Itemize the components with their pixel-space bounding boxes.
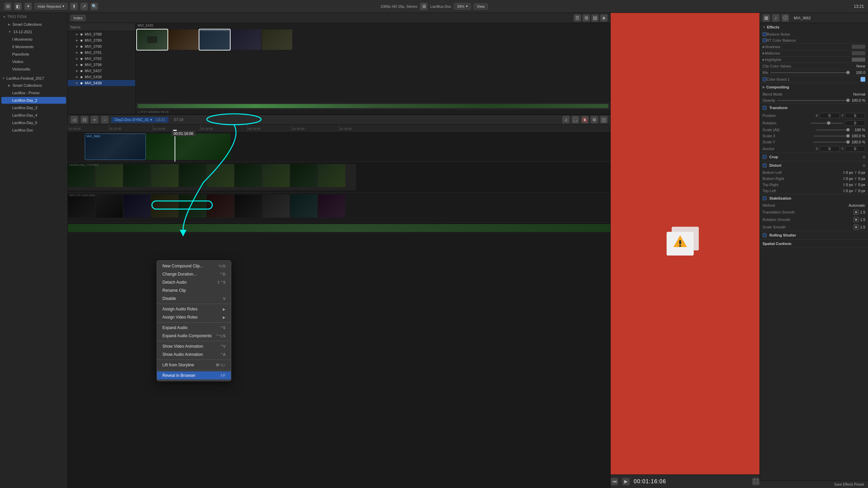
sidebar-item-smart-collections-top[interactable]: ▶ Smart Collections	[1, 21, 66, 28]
menu-lift-storyline[interactable]: Lift from Storyline ⌘⌥↑	[157, 361, 231, 369]
menu-expand-audio-components[interactable]: Expand Audio Components ⌃⌥S	[157, 332, 231, 340]
timeline-back[interactable]: ◁	[71, 116, 78, 123]
scalex-thumb[interactable]	[846, 134, 850, 138]
film-strip[interactable]	[136, 28, 610, 103]
film-thumb-1[interactable]	[137, 29, 167, 50]
audio-meter-icon[interactable]: ♫	[562, 116, 570, 123]
film-thumb-4[interactable]	[231, 29, 261, 50]
anchor-y-field[interactable]	[845, 146, 865, 151]
transform-checkbox[interactable]	[763, 106, 767, 110]
filmstrip-view-icon[interactable]: ▤	[591, 14, 599, 22]
list-item-mvi3791[interactable]: ▶ ■ MVI_3791	[68, 49, 135, 56]
clip-appearance-icon[interactable]: ◫	[600, 116, 608, 123]
clip-adjacent1[interactable]	[146, 134, 231, 160]
midtones-slider[interactable]	[852, 51, 865, 55]
scale-slider[interactable]	[816, 129, 850, 130]
scale-thumb[interactable]	[846, 128, 850, 131]
menu-rename-clip[interactable]: Rename Clip	[157, 286, 231, 294]
index-button[interactable]: Index	[71, 15, 86, 21]
opacity-thumb[interactable]	[846, 99, 850, 102]
rotation-thumb[interactable]	[827, 121, 830, 125]
stabilization-checkbox[interactable]	[763, 196, 767, 200]
sidebar-item-lacmus-day5[interactable]: LacMus-Day_5	[1, 119, 66, 126]
inspector-info-icon[interactable]: ⓘ	[782, 14, 789, 22]
menu-assign-video-roles[interactable]: Assign Video Roles ▶	[157, 313, 231, 321]
highlights-slider[interactable]	[852, 58, 865, 62]
film-thumb-selected[interactable]	[199, 29, 230, 50]
menu-show-video-animation[interactable]: Show Video Animation ⌃V	[157, 342, 231, 350]
sidebar-item-lacmus-day4[interactable]: LacMus-Day_4	[1, 112, 66, 119]
list-item-mvi3790[interactable]: ▶ ■ MVI_3790	[68, 43, 135, 49]
angle-view-icon[interactable]: ◈	[600, 14, 608, 22]
sidebar-item-violino[interactable]: Violino	[1, 58, 66, 65]
crop-title[interactable]: Crop ⊡	[760, 153, 868, 161]
transform-title[interactable]: Transform	[760, 104, 868, 112]
effects-title[interactable]: ▼ Effects	[760, 23, 868, 31]
scaley-thumb[interactable]	[846, 140, 850, 144]
scale-smooth-stepper[interactable]: ▾	[853, 224, 859, 230]
grid-view-icon[interactable]: ⊞	[583, 14, 590, 22]
menu-disable[interactable]: Disable V	[157, 294, 231, 303]
sidebar-toggle[interactable]: ◧	[14, 3, 22, 10]
hide-rejected-button[interactable]: Hide Rejected ▾	[35, 3, 67, 9]
scaley-slider[interactable]	[813, 142, 849, 143]
search-button[interactable]: 🔍	[91, 3, 98, 10]
list-item-mvi5439[interactable]: ▶ ■ MVI_5439	[68, 80, 135, 86]
crop-checkbox[interactable]	[763, 155, 767, 159]
rotation-field[interactable]	[845, 120, 865, 126]
sidebar-item-lacmus-promo[interactable]: LacMus - Promo	[1, 89, 66, 96]
mix-slider[interactable]	[770, 72, 850, 73]
import-button[interactable]: ⬆	[70, 3, 78, 10]
sidebar-item-i-movimento[interactable]: I Movimento	[1, 36, 66, 43]
menu-detach-audio[interactable]: Detach Audio ⇧⌃S	[157, 278, 231, 286]
settings-icon[interactable]: ⚙	[591, 116, 598, 123]
list-item-mvi3789[interactable]: ▶ ■ MVI_3789	[68, 37, 135, 43]
sidebar-item-pianoforte[interactable]: Pianoforte	[1, 51, 66, 58]
list-item-mvi5437[interactable]: ▶ ■ MVI_5437	[68, 68, 135, 74]
list-item-mvi3792[interactable]: ▶ ■ MVI_3792	[68, 56, 135, 62]
translation-smooth-stepper[interactable]: ▾	[853, 209, 859, 215]
headphones-icon[interactable]: 🎧	[572, 116, 579, 123]
position-x-field[interactable]	[820, 113, 840, 118]
share-button[interactable]: ↗	[80, 3, 88, 10]
zoom-button[interactable]: 39% ▾	[454, 3, 471, 9]
inspector-audio-icon[interactable]: ♪	[772, 14, 780, 22]
rt-color-checkbox[interactable]	[763, 38, 767, 42]
reduce-noise-checkbox[interactable]	[763, 32, 767, 36]
film-thumb-2[interactable]	[168, 29, 199, 50]
mute-icon[interactable]: 🔇	[581, 116, 589, 123]
rotation-smooth-stepper[interactable]: ▾	[853, 217, 859, 222]
menu-expand-audio[interactable]: Expand Audio ⌃S	[157, 324, 231, 332]
menu-show-audio-animation[interactable]: Show Audio Animation ⌃A	[157, 350, 231, 359]
sidebar-item-dates[interactable]: ▼ 13-12-2021	[1, 28, 66, 35]
spatial-conform-title[interactable]: Spatial Conform	[760, 240, 868, 248]
position-y-field[interactable]	[845, 113, 865, 118]
distort-title[interactable]: Distort ⊡	[760, 161, 868, 169]
scalex-slider[interactable]	[813, 136, 849, 137]
sidebar-item-violoncello[interactable]: Violoncello	[1, 66, 66, 73]
film-thumb-5[interactable]	[262, 29, 292, 50]
rolling-shutter-title[interactable]: Rolling Shutter	[760, 231, 868, 239]
inspector-video-icon[interactable]: ▦	[763, 14, 770, 22]
list-item-mvi3798[interactable]: ▶ ■ MVI_3798	[68, 62, 135, 68]
timeline-project-label[interactable]: Day2-Doc-SYNC_01 ▾ 13:21	[111, 117, 169, 123]
compositing-title[interactable]: ▶ Compositing	[760, 83, 868, 91]
menu-change-duration[interactable]: Change Duration... ⌃D	[157, 270, 231, 278]
rotation-slider[interactable]	[811, 123, 843, 124]
play-backward-icon[interactable]: ⏮	[611, 478, 618, 485]
save-effects-preset-button[interactable]: Save Effects Preset	[834, 483, 864, 486]
opacity-slider[interactable]	[777, 100, 849, 101]
shadows-slider[interactable]	[852, 45, 865, 49]
sidebar-item-lacmus-doc[interactable]: LacMus-Doc	[1, 127, 66, 134]
list-item-mvi3788[interactable]: ▶ ■ MVI_3788	[68, 31, 135, 37]
menu-new-compound[interactable]: New Compound Clip... ⌥G	[157, 262, 231, 270]
tools-button[interactable]: ✦	[24, 3, 32, 10]
sidebar-item-festival-smart[interactable]: ▶ Smart Collections	[1, 82, 66, 89]
view-button[interactable]: View	[474, 3, 488, 9]
fullscreen-icon[interactable]: ⛶	[752, 478, 760, 485]
sidebar-item-ii-movimento[interactable]: II Movimento	[1, 43, 66, 50]
timeline-zoom-in[interactable]: +	[91, 116, 98, 123]
mix-thumb[interactable]	[846, 71, 850, 74]
menu-reveal-in-browser[interactable]: Reveal in Browser ⇧F	[157, 371, 231, 380]
sidebar-item-lacmus-day3[interactable]: LacMus-Day_3	[1, 104, 66, 111]
